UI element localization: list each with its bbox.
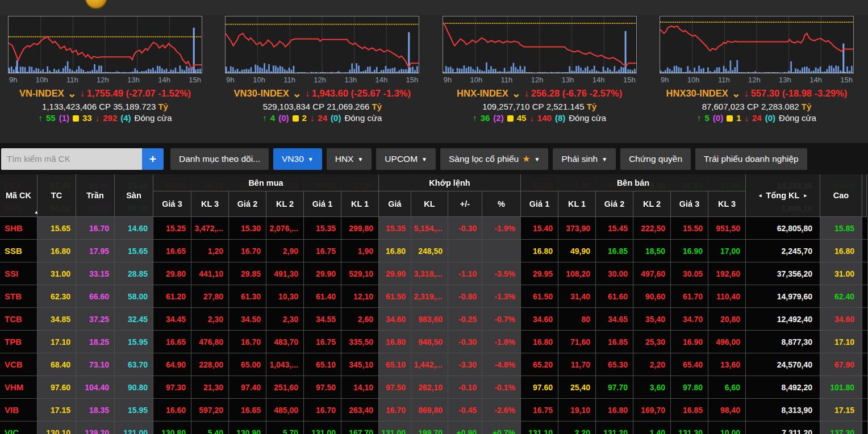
advancers-note: (0) [713, 113, 723, 123]
cell: -3.30 [448, 353, 482, 376]
header-KL 3: KL 3 [191, 191, 229, 217]
cell: 34.60 [521, 308, 558, 331]
cell: 15.35 [304, 217, 341, 240]
table-row-VIC[interactable]: VIC130.10139.20121.00130.805,40130.905,7… [0, 422, 868, 434]
tab-danh-m-c-theo-d-i[interactable]: Danh mục theo dõi... [170, 148, 269, 170]
cell: 18,50 [633, 240, 671, 262]
session-status: Đóng cửa [135, 113, 172, 123]
tab-ph-i-sinh[interactable]: Phái sinh▼ [553, 148, 616, 170]
table-row-VCB[interactable]: VCB68.4073.1063.7064.90228,0065.001,043,… [0, 353, 868, 376]
cell: 65.10 [379, 353, 411, 376]
table-row-TCB[interactable]: TCB34.8537.2532.4534.452,3034.502,3034.5… [0, 308, 868, 331]
shares-count: 529,103,834 [263, 102, 310, 111]
header-Giá 2: Giá 2 [229, 191, 266, 217]
cell: 262,10 [411, 376, 448, 399]
time-tick: 14h [809, 76, 822, 84]
symbol-search: + [1, 148, 164, 170]
search-input[interactable] [1, 148, 142, 170]
ticker-cell: SSB [0, 240, 37, 262]
table-row-VHM[interactable]: VHM97.60104.4090.8097.3021,3097.40251,60… [0, 376, 868, 399]
cell: 248,50 [411, 240, 448, 262]
table-row-SHB[interactable]: SHB15.6516.7014.6015.253,472,...15.302,0… [0, 217, 868, 240]
cell: 16.80 [820, 240, 862, 262]
cell: 62,805,80 [746, 217, 820, 240]
header-label: Tổng KL [766, 191, 800, 200]
cell: 131.00 [379, 422, 411, 434]
cell: -1.3% [482, 285, 521, 308]
cell: 16.75 [304, 240, 341, 262]
tab-ch-ng-quy-n[interactable]: Chứng quyền [620, 148, 691, 170]
table-row-SSI[interactable]: SSI31.0033.1528.8529.80441,1029.85491,30… [0, 262, 868, 285]
cell: 58.00 [115, 285, 153, 308]
index-value: 1,943.60 [312, 88, 348, 98]
shares-count: 1,133,423,406 [42, 102, 97, 111]
intraday-chart [8, 16, 202, 73]
cell: 130.10 [37, 422, 76, 434]
unchanged-count: 33 [82, 113, 92, 123]
time-tick: 12h [97, 76, 109, 84]
cell: 199,70 [411, 422, 448, 434]
shares-count: 87,607,023 [702, 102, 745, 111]
index-title-row: VN30-INDEX⌄↓1,943.60 (-25.67 -1.3%) [225, 87, 419, 100]
cell: 16.70 [379, 399, 411, 422]
index-column-2: 9h10h11h12h13h14h15hHNX-INDEX⌄↓256.28 (-… [443, 16, 637, 123]
cut-cell [862, 331, 868, 353]
tab-upcom[interactable]: UPCOM▼ [376, 148, 436, 170]
chevron-down-icon[interactable]: ⌄ [512, 87, 521, 99]
chevron-down-icon[interactable]: ⌄ [68, 87, 77, 99]
cell: 14.60 [115, 217, 153, 240]
tab-vn30[interactable]: VN30▼ [273, 148, 322, 170]
table-row-SSB[interactable]: SSB16.8017.9515.6516.651,2016.702,9016.7… [0, 240, 868, 262]
cell: 97.50 [379, 376, 411, 399]
cell: 29.90 [304, 262, 341, 285]
unchanged-square-icon [73, 115, 79, 122]
top-strip [0, 0, 868, 15]
down-arrow-icon: ↓ [80, 89, 85, 98]
down-arrow-icon: ↓ [529, 113, 534, 123]
cell: 35,40 [633, 308, 671, 331]
cell: 27,80 [191, 285, 229, 308]
cell: 373,90 [558, 217, 596, 240]
cut-cell [862, 376, 868, 399]
cell: 12,10 [341, 285, 379, 308]
cell: 130.90 [229, 422, 266, 434]
header-%: % [482, 191, 521, 217]
cell: 1,043,... [266, 353, 304, 376]
tab-s-ng-l-c-c-phi-u[interactable]: Sàng lọc cổ phiếu★▼ [440, 148, 548, 170]
decliners-count: 140 [537, 113, 552, 123]
decliners-note: (0) [331, 113, 341, 123]
down-arrow-icon: ↓ [524, 89, 529, 98]
time-tick: 10h [253, 76, 265, 84]
turnover-value: 21,069.266 [327, 102, 369, 111]
index-breadth-row: ↑36(2)45↓140(8)Đóng cửa [443, 113, 637, 123]
tab-hnx[interactable]: HNX▼ [327, 148, 372, 170]
cell: 263,40 [341, 399, 379, 422]
table-row-TPB[interactable]: TPB17.1018.2515.9516.65476,8016.70483,70… [0, 331, 868, 353]
chevron-down-icon[interactable]: ⌄ [293, 87, 302, 99]
time-tick: 13h [127, 76, 140, 84]
header-KL 1: KL 1 [558, 191, 596, 217]
header-TC: TC [37, 174, 76, 217]
cell: -0.80 [448, 285, 482, 308]
cell: 101.80 [820, 376, 862, 399]
cell: 17.15 [37, 399, 76, 422]
cp-label: CP [745, 102, 761, 111]
cell: 61.20 [153, 285, 191, 308]
cell: 63.70 [115, 353, 153, 376]
cut-cell [862, 240, 868, 262]
session-status: Đóng cửa [569, 113, 606, 123]
cell: 16.80 [521, 240, 558, 262]
cell: 25,30 [633, 331, 671, 353]
cell: 16.80 [521, 331, 558, 353]
tab-tr-i-phi-u-doanh-nghi-p[interactable]: Trái phiếu doanh nghiệp [695, 148, 807, 170]
add-symbol-button[interactable]: + [142, 148, 164, 170]
decliners-count: 292 [103, 113, 117, 123]
cell: 497,60 [633, 262, 671, 285]
chevron-down-icon[interactable]: ⌄ [732, 87, 741, 99]
ticker-cell: VCB [0, 353, 37, 376]
price-board: PLX57.4061.4053.4056.8039,1056.907,5057.… [0, 174, 868, 434]
cell: 15.40 [521, 217, 558, 240]
cell: 30.00 [596, 262, 633, 285]
table-row-STB[interactable]: STB62.3066.6058.0061.2027,8061.3010,3061… [0, 285, 868, 308]
table-row-VIB[interactable]: VIB17.1518.3515.9516.60597,2016.65485,00… [0, 399, 868, 422]
